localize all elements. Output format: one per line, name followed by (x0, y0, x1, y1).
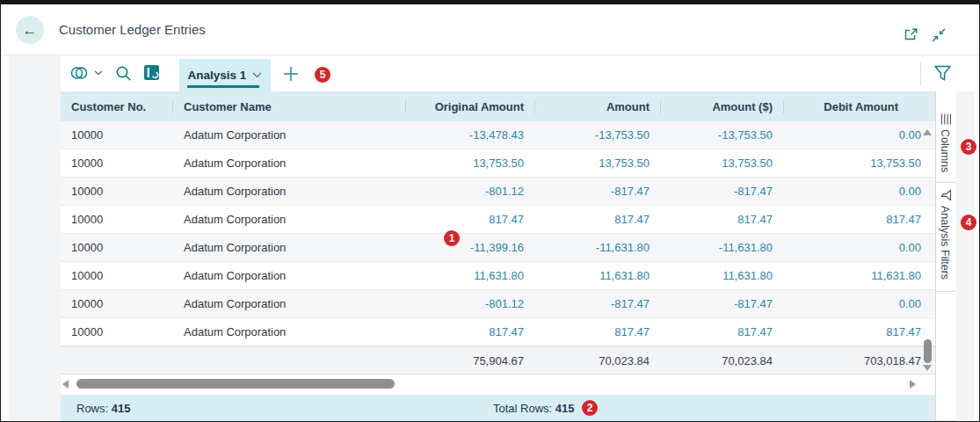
totals-row: 75,904.67 70,023.84 70,023.84 703,018.47 (61, 346, 935, 375)
cell-amount[interactable]: 11,631.80 (534, 269, 660, 282)
left-gutter (9, 55, 61, 420)
cell-amount-usd[interactable]: 13,753.50 (660, 156, 783, 170)
cell-debit-amount[interactable]: 0.00 (783, 241, 935, 254)
filter-button[interactable] (933, 65, 952, 82)
annotation-badge-5: 5 (315, 67, 330, 83)
cell-debit-amount[interactable]: 0.00 (783, 128, 935, 142)
cell-customer-name: Adatum Corporation (172, 269, 405, 282)
grid-body: 10000Adatum Corporation-13,478.43-13,753… (61, 121, 935, 346)
total-rows-count: Total Rows: 415 (493, 395, 575, 422)
back-button[interactable]: ← (16, 16, 44, 44)
column-header-customer-no[interactable]: Customer No. (61, 100, 172, 113)
cell-debit-amount[interactable]: 13,753.50 (783, 156, 935, 170)
column-header-amount-usd[interactable]: Amount ($) (660, 100, 783, 113)
cell-amount[interactable]: -817.47 (534, 297, 660, 310)
chevron-down-icon (94, 70, 103, 76)
back-arrow-icon: ← (23, 23, 38, 38)
vertical-scroll-down-arrow-icon[interactable] (923, 365, 932, 371)
cell-original-amount[interactable]: -801.12 (405, 185, 534, 198)
total-rows-label: Total Rows: (493, 402, 552, 415)
total-rows-value: 415 (555, 402, 575, 415)
vertical-scrollbar-thumb[interactable] (924, 339, 932, 363)
table-row[interactable]: 10000Adatum Corporation13,753.5013,753.5… (61, 149, 935, 178)
side-tab-analysis-filters[interactable]: Analysis Filters (939, 206, 951, 280)
horizontal-scroll-right-arrow-icon[interactable] (910, 380, 916, 389)
side-panel-divider-2 (936, 291, 956, 292)
cell-original-amount[interactable]: -801.12 (405, 297, 534, 310)
add-analysis-tab-button[interactable] (283, 66, 299, 82)
table-row[interactable]: 10000Adatum Corporation817.47817.47817.4… (61, 206, 935, 234)
table-row[interactable]: 10000Adatum Corporation-801.12-817.47-81… (61, 178, 935, 206)
vertical-scroll-up-arrow-icon[interactable] (923, 129, 932, 135)
cell-customer-name: Adatum Corporation (172, 128, 405, 142)
totals-amount-usd: 70,023.84 (660, 354, 783, 367)
side-tab-columns[interactable]: Columns (939, 129, 951, 172)
cell-amount-usd[interactable]: 817.47 (660, 325, 783, 338)
toolbar-divider (920, 62, 921, 85)
annotation-badge-4: 4 (961, 215, 976, 230)
cell-customer-name: Adatum Corporation (172, 325, 405, 338)
cell-customer-no: 10000 (61, 128, 172, 142)
cell-customer-no: 10000 (61, 269, 172, 282)
totals-amount: 70,023.84 (534, 354, 660, 367)
cell-debit-amount[interactable]: 0.00 (783, 297, 935, 310)
app-header: ← Customer Ledger Entries (1, 4, 979, 55)
page-title: Customer Ledger Entries (59, 4, 206, 55)
cell-debit-amount[interactable]: 817.47 (783, 325, 935, 338)
cell-original-amount[interactable]: -13,478.43 (405, 128, 534, 142)
filter-icon (933, 65, 952, 82)
tab-analysis-1[interactable]: Analysis 1 (179, 59, 271, 91)
table-row[interactable]: 10000Adatum Corporation-13,478.43-13,753… (61, 121, 935, 149)
cell-customer-name: Adatum Corporation (172, 156, 405, 170)
cell-customer-no: 10000 (61, 297, 172, 310)
open-in-new-window-icon[interactable] (904, 27, 918, 45)
cell-amount-usd[interactable]: -817.47 (660, 297, 783, 310)
views-button[interactable] (69, 64, 103, 82)
cell-amount-usd[interactable]: 11,631.80 (660, 269, 783, 282)
annotation-badge-2: 2 (582, 400, 598, 416)
table-row[interactable]: 10000Adatum Corporation-11,399.16-11,631… (61, 234, 935, 262)
cell-amount-usd[interactable]: -817.47 (660, 185, 783, 198)
edit-layout-button[interactable] (143, 64, 160, 81)
collapse-window-icon[interactable] (931, 27, 947, 47)
cell-customer-no: 10000 (61, 185, 172, 198)
annotation-badge-3: 3 (961, 139, 976, 155)
cell-debit-amount[interactable]: 817.47 (783, 213, 935, 226)
table-row[interactable]: 10000Adatum Corporation-801.12-817.47-81… (61, 290, 935, 318)
cell-amount[interactable]: -817.47 (534, 185, 660, 198)
rows-value: 415 (112, 402, 131, 415)
table-row[interactable]: 10000Adatum Corporation11,631.8011,631.8… (61, 262, 935, 290)
side-panel-divider (936, 182, 956, 183)
cell-customer-name: Adatum Corporation (172, 241, 405, 254)
table-row[interactable]: 10000Adatum Corporation817.47817.47817.4… (61, 318, 935, 346)
columns-panel-icon (940, 113, 952, 128)
cell-original-amount[interactable]: -11,399.16 (405, 241, 534, 254)
cell-customer-name: Adatum Corporation (172, 213, 405, 226)
horizontal-scroll-left-arrow-icon[interactable] (62, 380, 69, 389)
cell-amount-usd[interactable]: 817.47 (660, 213, 783, 226)
totals-debit-amount: 703,018.47 (783, 354, 935, 367)
active-tab-underline (187, 85, 259, 88)
cell-original-amount[interactable]: 817.47 (405, 213, 534, 226)
rows-count: Rows: 415 (76, 395, 130, 422)
column-header-original-amount[interactable]: Original Amount (405, 100, 534, 113)
cell-amount[interactable]: 13,753.50 (534, 156, 660, 170)
column-header-customer-name[interactable]: Customer Name (172, 100, 405, 113)
cell-debit-amount[interactable]: 0.00 (783, 185, 935, 198)
cell-amount[interactable]: 817.47 (534, 325, 660, 338)
cell-original-amount[interactable]: 13,753.50 (405, 156, 534, 170)
cell-amount[interactable]: -13,753.50 (534, 128, 660, 142)
search-icon (115, 65, 132, 82)
cell-original-amount[interactable]: 11,631.80 (405, 269, 534, 282)
analysis-filters-panel-icon (940, 189, 952, 205)
cell-amount-usd[interactable]: -11,631.80 (660, 241, 783, 254)
cell-amount[interactable]: -11,631.80 (534, 241, 660, 254)
cell-debit-amount[interactable]: 11,631.80 (783, 269, 935, 282)
search-button[interactable] (115, 65, 132, 82)
horizontal-scrollbar-thumb[interactable] (76, 379, 395, 389)
cell-amount[interactable]: 817.47 (534, 213, 660, 226)
column-header-debit-amount[interactable]: Debit Amount (783, 100, 935, 113)
cell-amount-usd[interactable]: -13,753.50 (660, 128, 783, 142)
cell-original-amount[interactable]: 817.47 (405, 325, 534, 338)
column-header-amount[interactable]: Amount (534, 100, 660, 113)
